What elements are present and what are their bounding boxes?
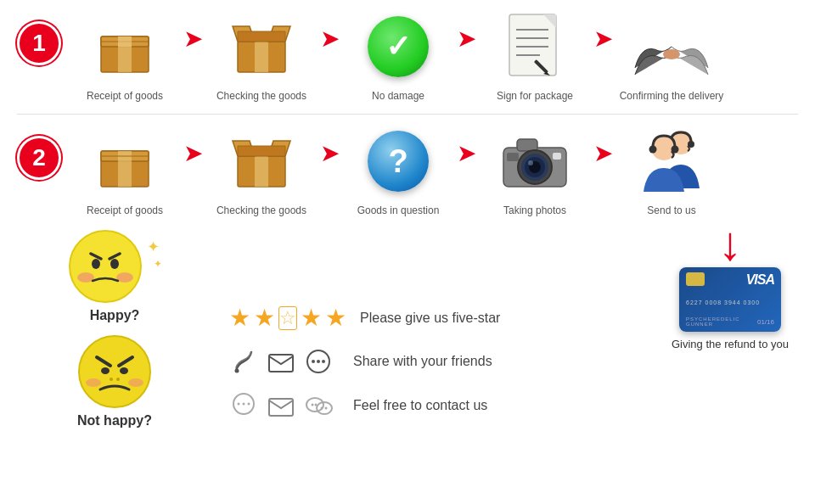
step1-number: 1 — [17, 21, 61, 65]
step1-flow: Receipt of goods ➤ — [70, 8, 798, 102]
arrow-2-3: ➤ — [457, 139, 476, 167]
svg-point-48 — [92, 259, 100, 269]
step2-label-5: Send to us — [647, 204, 695, 216]
svg-point-73 — [315, 404, 318, 406]
refund-column: ↓ VISA 6227 0008 3944 0300 PSYCHEREDELIC… — [662, 228, 798, 496]
svg-point-57 — [110, 378, 113, 381]
action-column: ★ ★ ☆ ★ ★ Please give us five-star — [212, 228, 662, 496]
svg-point-74 — [321, 407, 323, 410]
step2-item-1: Receipt of goods — [70, 123, 180, 216]
step2-item-5: Send to us — [616, 123, 727, 216]
svg-point-64 — [322, 360, 325, 363]
step1-item-3: No damage — [343, 8, 453, 102]
step2-flow: Receipt of goods ➤ Checking the goods ➤ — [70, 123, 798, 216]
checking-icon — [223, 8, 300, 85]
svg-point-68 — [248, 403, 250, 406]
svg-point-52 — [128, 378, 143, 387]
step1-label-3: No damage — [372, 90, 424, 102]
arrow-2-4: ➤ — [593, 139, 613, 167]
contact-text: Feel free to contact us — [353, 398, 487, 413]
action-share-row: Share with your friends — [229, 347, 662, 376]
svg-point-75 — [325, 407, 328, 410]
card-date: 01/16 — [757, 318, 774, 326]
step2-label-4: Taking photos — [503, 204, 566, 216]
share-phone-icon — [229, 347, 258, 376]
receipt2-icon — [87, 123, 163, 199]
svg-rect-4 — [118, 36, 132, 72]
svg-point-43 — [70, 231, 141, 302]
svg-rect-6 — [255, 42, 268, 72]
arrow-1-2: ➤ — [320, 25, 340, 53]
main-container: 1 Receipt of goods ➤ — [0, 0, 815, 504]
step1-row: 1 Receipt of goods ➤ — [17, 8, 798, 102]
unhappy-face-icon — [76, 333, 153, 410]
share-text: Share with your friends — [353, 354, 492, 369]
confirm-icon — [633, 8, 710, 85]
happy-label: Happy? — [90, 308, 140, 323]
arrow-1-3: ➤ — [457, 25, 476, 53]
step2-label-1: Receipt of goods — [87, 204, 163, 216]
star-1: ★ — [229, 304, 250, 332]
arrow-2-1: ➤ — [183, 139, 203, 167]
camera-icon — [497, 123, 573, 199]
arrow-2-2: ➤ — [320, 139, 340, 167]
step2-item-2: Checking the goods — [206, 123, 317, 216]
contact-email-icon — [267, 391, 295, 420]
stars-icons: ★ ★ ☆ ★ ★ — [229, 304, 346, 332]
contact-icons — [229, 391, 340, 420]
action-contact-row: Feel free to contact us — [229, 391, 662, 420]
star-4: ★ — [301, 304, 322, 332]
step1-label-4: Sign for package — [497, 90, 573, 102]
svg-rect-36 — [507, 153, 519, 161]
svg-point-72 — [312, 404, 314, 406]
step2-item-4: Taking photos — [480, 123, 590, 216]
arrow-1-4: ➤ — [593, 25, 613, 53]
bottom-section: ✦ ✦ Happy? — [17, 228, 798, 496]
step1-item-1: Receipt of goods — [70, 8, 180, 102]
svg-point-66 — [238, 403, 240, 406]
svg-rect-24 — [255, 156, 268, 187]
star-3: ☆ — [278, 306, 297, 330]
svg-point-51 — [86, 378, 101, 387]
share-email-icon — [267, 347, 295, 376]
svg-point-58 — [116, 378, 120, 381]
step2-label-3: Goods in question — [357, 204, 440, 216]
emotion-column: ✦ ✦ Happy? — [17, 228, 212, 496]
star-2: ★ — [254, 304, 275, 332]
step1-item-2: Checking the goods — [206, 8, 317, 102]
step1-label-1: Receipt of goods — [87, 90, 163, 102]
unhappy-label: Not happy? — [77, 413, 152, 428]
checking2-icon — [223, 123, 300, 199]
svg-rect-29 — [517, 139, 537, 151]
visa-card: VISA 6227 0008 3944 0300 PSYCHEREDELIC G… — [679, 267, 781, 332]
happy-face-icon — [67, 228, 143, 305]
svg-point-55 — [101, 367, 110, 374]
step1-label-2: Checking the goods — [216, 90, 306, 102]
step2-row: 2 Receipt of goods ➤ — [17, 123, 798, 216]
support-icon — [633, 123, 710, 199]
refund-label: Giving the refund to you — [672, 337, 789, 352]
contact-wechat-icon — [304, 391, 334, 420]
action-stars-row: ★ ★ ☆ ★ ★ Please give us five-star — [229, 304, 662, 332]
no-damage-icon — [360, 8, 436, 85]
svg-point-56 — [120, 367, 128, 374]
svg-point-59 — [235, 369, 239, 373]
share-chat-icon — [304, 347, 333, 376]
svg-marker-9 — [238, 31, 285, 42]
svg-point-71 — [317, 402, 332, 414]
svg-rect-35 — [553, 153, 561, 160]
card-number: 6227 0008 3944 0300 — [686, 300, 774, 305]
svg-point-41 — [649, 146, 657, 154]
down-arrow-icon: ↓ — [718, 220, 742, 267]
receipt-icon — [87, 8, 163, 85]
section-divider — [17, 114, 798, 115]
step2-number: 2 — [17, 136, 61, 180]
step2-label-2: Checking the goods — [216, 204, 306, 216]
card-name: PSYCHEREDELIC GUNNER — [686, 316, 757, 327]
arrow-1-1: ➤ — [183, 25, 203, 53]
svg-rect-10 — [509, 14, 556, 76]
svg-point-49 — [110, 259, 119, 269]
svg-marker-27 — [238, 146, 285, 156]
svg-point-62 — [312, 360, 315, 363]
step1-item-5: Confirming the delivery — [616, 8, 727, 102]
